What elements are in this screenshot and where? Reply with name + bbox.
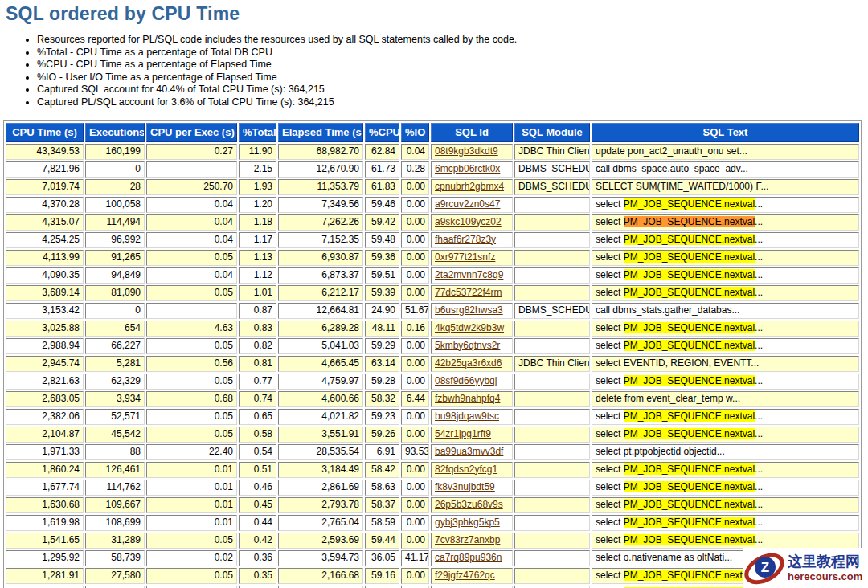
cell-pct_total: 1.93 [239, 179, 276, 195]
cell-executions: 5,281 [85, 356, 145, 372]
sql-id-link[interactable]: 08sf9d66yybqj [435, 375, 497, 386]
cell-pct_total: 0.51 [239, 462, 276, 478]
sql-id-link[interactable]: 2ta2mvnn7c8q9 [435, 269, 503, 280]
sql-id-link[interactable]: b6usrg82hwsa3 [435, 304, 503, 316]
cell-cpu_time: 4,090.35 [6, 267, 84, 284]
find-highlight: PM_JOB_SEQUENCE.nextval [624, 322, 755, 333]
cell-cpu_time: 1,541.65 [6, 533, 84, 549]
cell-elapsed: 2,166.68 [278, 568, 363, 584]
cell-sql_text: select PM_JOB_SEQUENCE.nextval... [592, 427, 859, 443]
sql-id-link[interactable]: 4kq5tdw2k9b3w [435, 322, 504, 333]
sql-text-ellipsis: ... [755, 216, 763, 227]
sql-text: select [596, 251, 624, 263]
cell-elapsed: 28,535.54 [278, 444, 363, 460]
cell-module [514, 586, 590, 588]
cell-cpu_per_exec: 0.05 [146, 374, 237, 390]
cell-module [514, 232, 590, 248]
table-row: 43,349.53160,1990.2711.9068,982.7062.840… [6, 144, 859, 160]
cell-pct_cpu: 59.29 [365, 338, 399, 354]
cell-cpu_time: 1,163.32 [6, 586, 84, 588]
cell-pct_total: 1.20 [239, 197, 276, 213]
cell-cpu_per_exec: 0.05 [146, 427, 237, 443]
cell-cpu_time: 7,821.96 [6, 161, 84, 178]
table-row: 4,113.9991,2650.051.136,930.8759.360.000… [6, 250, 859, 266]
cell-pct_total: 0.83 [239, 321, 276, 337]
sql-id-link[interactable]: 77dc53722f4rm [435, 287, 502, 298]
cell-pct_cpu: 61.73 [365, 161, 399, 178]
find-highlight: PM_JOB_SEQUENCE.nextval [624, 410, 755, 422]
sql-id-link[interactable]: 7cv83rz7anxbp [435, 534, 500, 545]
sql-id-link[interactable]: gybj3phkg5kp5 [435, 517, 500, 528]
sql-text: select [596, 269, 624, 280]
cell-elapsed: 7,349.56 [278, 197, 363, 213]
sql-id-link[interactable]: cpnubrh2gbmx4 [435, 181, 504, 192]
cell-sql_text: select PM_JOB_SEQUENCE.nextval... [592, 214, 859, 231]
cell-sql_text: select PM_JOB_SEQUENCE.nextval... [592, 480, 859, 496]
cell-pct_cpu: 59.51 [365, 267, 399, 284]
sql-text-ellipsis: ... [755, 322, 763, 333]
cell-elapsed: 68,982.70 [278, 144, 363, 160]
cell-cpu_per_exec: 0.05 [146, 533, 237, 549]
sql-id-link[interactable]: 82fqdsn2yfcg1 [435, 463, 497, 475]
cell-executions: 96,992 [85, 232, 145, 248]
sql-text-ellipsis: ... [755, 428, 763, 439]
cell-pct_total: 2.15 [239, 161, 276, 178]
sql-id-link[interactable]: fk8v3nujbdt59 [435, 481, 495, 492]
sql-id-link[interactable]: ca7rq89pu936n [435, 552, 502, 563]
sql-text-ellipsis: ... [755, 463, 763, 475]
cell-sql_text: select PM_JOB_SEQUENCE.nextval... [592, 409, 859, 425]
cell-pct_total: 0.87 [239, 303, 276, 319]
sql-id-link[interactable]: ba99ua3mvv3df [435, 446, 503, 457]
cell-sql_text: select PM_JOB_SEQUENCE.nextval... [592, 267, 859, 284]
cell-pct_cpu: 59.36 [365, 250, 399, 266]
sql-id-link[interactable]: 42b25qa3r6xd6 [435, 357, 502, 369]
table-row: 2,821.6362,3290.050.774,759.9759.280.000… [6, 374, 859, 390]
sql-id-link[interactable]: fhaaf6r278z3y [435, 234, 496, 245]
sql-id-link[interactable]: 5kmby6qtnvs2r [435, 340, 500, 351]
cell-sql_text: select pt.ptpobjectid objectid... [592, 444, 859, 460]
cell-module [514, 568, 590, 584]
table-row: 1,677.74114,7620.010.462,861.6958.630.00… [6, 480, 859, 496]
sql-text: call dbms_stats.gather_databas... [596, 304, 739, 316]
cell-executions: 0 [85, 303, 145, 319]
table-body: 43,349.53160,1990.2711.9068,982.7062.840… [6, 144, 859, 588]
sql-id-link[interactable]: bu98jdqaw9tsc [435, 410, 499, 422]
cell-pct_cpu: 58.32 [365, 391, 399, 407]
cell-elapsed: 6,289.28 [278, 321, 363, 337]
cell-pct_total: 0.54 [239, 444, 276, 460]
table-row: 2,988.9466,2270.050.825,041.0359.290.005… [6, 338, 859, 354]
cell-cpu_per_exec: 0.05 [146, 285, 237, 301]
cell-cpu_per_exec: 0.05 [146, 586, 237, 588]
cell-sql_id: fhaaf6r278z3y [431, 232, 513, 248]
cell-pct_io: 0.16 [401, 321, 429, 337]
cell-cpu_per_exec: 0.68 [146, 391, 237, 407]
cell-elapsed: 3,551.91 [278, 427, 363, 443]
cell-sql_text: select PM_JOB_SEQUENCE.nextval... [592, 250, 859, 266]
cell-elapsed: 4,021.82 [278, 409, 363, 425]
cell-sql_text: select PM_JOB_SEQUENCE.nextval... [592, 321, 859, 337]
cell-elapsed: 3,184.49 [278, 462, 363, 478]
cell-sql_id: 0xr977t21snfz [431, 250, 513, 266]
cell-pct_io: 0.00 [401, 568, 429, 584]
cell-cpu_time: 3,025.88 [6, 321, 84, 337]
cell-pct_total: 0.65 [239, 409, 276, 425]
cell-pct_total: 0.58 [239, 427, 276, 443]
sql-id-link[interactable]: 6mcpb06rctk0x [435, 163, 500, 174]
sql-id-link[interactable]: 0xr977t21snfz [435, 251, 495, 263]
sql-id-link[interactable]: a9rcuv2zn0s47 [435, 198, 500, 210]
cell-module [514, 250, 590, 266]
cell-pct_cpu: 36.05 [365, 550, 399, 566]
cell-executions: 160,199 [85, 144, 145, 160]
cell-pct_total: 0.42 [239, 533, 276, 549]
sql-id-link[interactable]: 08t9kgb3dkdt9 [435, 145, 498, 157]
sql-id-link[interactable]: fzbwh9nahpfq4 [435, 393, 500, 404]
cell-cpu_time: 1,860.24 [6, 462, 84, 478]
sql-id-link[interactable]: a9skc109ycz02 [435, 216, 502, 227]
sql-id-link[interactable]: 26p5b3zu68v9s [435, 499, 503, 510]
sql-text: select EVENTID, REGION, EVENTT... [596, 357, 759, 369]
sql-id-link[interactable]: f29jgfz4762qc [435, 570, 495, 581]
sql-id-link[interactable]: 54zr1jpg1rft9 [435, 428, 491, 439]
cell-pct_cpu: 59.16 [365, 568, 399, 584]
cell-pct_total: 1.01 [239, 285, 276, 301]
cell-cpu_time: 1,677.74 [6, 480, 84, 496]
